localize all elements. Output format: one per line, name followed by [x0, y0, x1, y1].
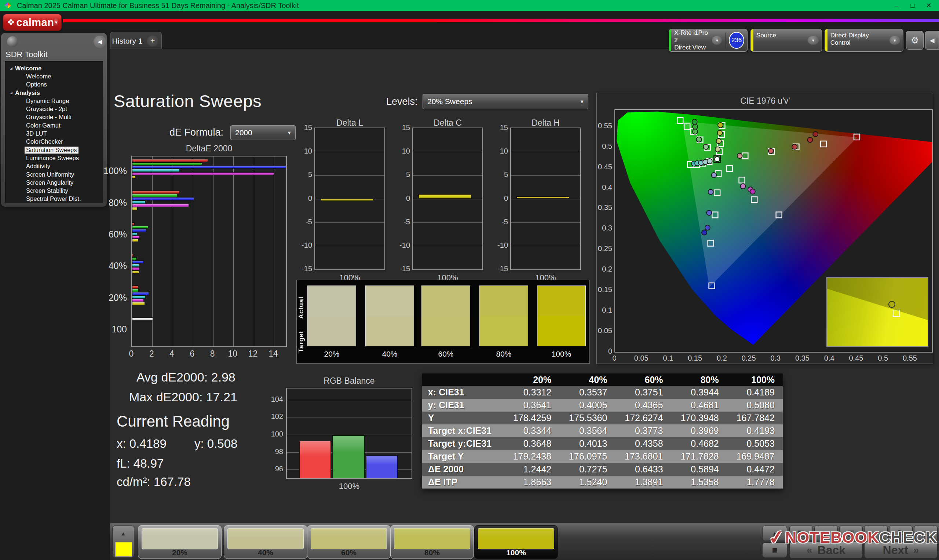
table-row-e-2000: ΔE 20001.24420.72750.64330.58940.4472: [422, 463, 783, 476]
close-button[interactable]: ✕: [920, 0, 937, 11]
back-button[interactable]: « Back: [789, 542, 863, 558]
source-dropdown[interactable]: Source ▼: [751, 29, 822, 52]
sidebar-orb-button[interactable]: [7, 36, 18, 47]
delta-bar: [418, 194, 471, 199]
y-tick-label: 96: [266, 465, 283, 473]
meter-dropdown[interactable]: X-Rite i1Pro 2 Direct View ▼ 236: [669, 29, 748, 52]
sidebar-item-3d-lut[interactable]: 3D LUT: [6, 129, 103, 137]
cie-y-tick: 0.35: [598, 203, 612, 212]
sidebar-group-welcome[interactable]: ◢Welcome: [6, 64, 103, 72]
group-label: 20%: [102, 292, 127, 303]
sidebar-item-options[interactable]: Options: [6, 81, 103, 89]
max-de2000-stat: Max dE2000: 17.21: [129, 390, 237, 404]
bar-yellow-20: [132, 302, 145, 305]
sidebar-item-grayscale-2pt[interactable]: Grayscale - 2pt: [6, 105, 103, 113]
meter-count-badge[interactable]: 236: [729, 32, 744, 49]
gridline: [511, 152, 580, 152]
patch-up-button[interactable]: ▲: [113, 526, 134, 541]
cie-y-tick: 0: [598, 347, 612, 355]
group-label: 100: [102, 324, 127, 335]
scroll-up-button[interactable]: ▲: [762, 526, 787, 541]
patch-button-100[interactable]: 100%: [474, 525, 558, 559]
display-control-dropdown[interactable]: Direct Display Control ▼: [825, 29, 904, 52]
x-tick-label: 4: [163, 349, 181, 359]
value-cell: 0.4358: [615, 437, 671, 450]
patch-swatch: [394, 528, 470, 549]
y-tick-label: -10: [295, 241, 312, 249]
cie-y-tick: 0.2: [598, 265, 612, 274]
toolbar-button-meter-link[interactable]: ∞: [864, 525, 888, 541]
chevron-left-icon: ◀: [97, 38, 102, 45]
y-tick-label: 15: [393, 123, 410, 132]
cie-inset-measured-point: [888, 301, 895, 308]
bar-cyan-40: [132, 264, 139, 267]
sidebar-item-screen-stability[interactable]: Screen Stability: [6, 186, 103, 195]
sidebar-item-grayscale-multi[interactable]: Grayscale - Multi: [6, 113, 103, 121]
sidebar-title: SDR Toolkit: [6, 50, 48, 59]
cie-y-tick: 0.25: [598, 245, 612, 253]
current-patch-swatch[interactable]: [115, 542, 132, 557]
measured-marker: [768, 148, 774, 154]
patch-swatch: [478, 528, 554, 549]
y-tick-label: -15: [393, 265, 410, 273]
levels-dropdown[interactable]: 20% Sweeps ▼: [422, 94, 588, 109]
source-caret[interactable]: ▼: [808, 36, 819, 45]
settings-button[interactable]: ⚙: [906, 31, 924, 50]
sidebar-group-analysis[interactable]: ◢Analysis: [6, 89, 103, 97]
de-formula-dropdown[interactable]: 2000 ▼: [230, 125, 296, 140]
calman-menu-button[interactable]: ❖ calman ▼: [3, 14, 62, 31]
rgb-balance-chart: [286, 388, 412, 479]
sidebar-collapse-button[interactable]: ◀: [94, 35, 106, 48]
sidebar-item-saturation-sweeps[interactable]: Saturation Sweeps: [6, 146, 103, 154]
sidebar-item-color-gamut[interactable]: Color Gamut: [6, 121, 103, 129]
sidebar-item-dynamic-range[interactable]: Dynamic Range: [6, 97, 103, 105]
measured-marker: [750, 189, 755, 194]
sidebar-item-spectral-power-dist[interactable]: Spectral Power Dist.: [6, 195, 103, 203]
measured-marker: [711, 172, 716, 178]
sidebar-item-screen-angularity[interactable]: Screen Angularity: [6, 178, 103, 186]
panel-collapse-button[interactable]: ◀: [925, 31, 939, 50]
gridline: [511, 175, 580, 175]
swatch-100: [537, 286, 586, 346]
sidebar-item-welcome[interactable]: Welcome: [6, 72, 103, 80]
maximize-button[interactable]: □: [905, 0, 920, 11]
sidebar-item-luminance-sweeps[interactable]: Luminance Sweeps: [6, 154, 103, 162]
column-header-40: 40%: [560, 374, 615, 386]
value-cell: 0.4013: [560, 437, 615, 450]
value-cell: 167.7842: [727, 412, 783, 425]
toolbar-button-report[interactable]: ◧: [789, 525, 813, 541]
patch-button-80[interactable]: 80%: [390, 525, 474, 559]
measured-marker: [717, 131, 723, 135]
toolbar-button-chart[interactable]: ▦: [839, 525, 863, 541]
bar-magenta-60: [132, 235, 140, 238]
measured-marker: [696, 137, 701, 142]
patch-button-40[interactable]: 40%: [224, 525, 307, 559]
sidebar-item-additivity[interactable]: Additivity: [6, 162, 103, 171]
display-control-caret[interactable]: ▼: [890, 36, 900, 45]
gridline: [193, 157, 193, 346]
patch-button-20[interactable]: 20%: [138, 525, 222, 559]
sidebar-item-screen-uniformity[interactable]: Screen Uniformity: [6, 171, 103, 178]
minimize-button[interactable]: –: [888, 0, 905, 11]
value-cell: 1.3891: [615, 476, 671, 489]
stop-button[interactable]: ■: [762, 542, 787, 558]
row-label: x: CIE31: [422, 386, 504, 399]
toolbar-button-refresh[interactable]: ↻: [889, 525, 913, 541]
x-tick-label: 8: [203, 349, 222, 359]
toolbar-button-play[interactable]: ▶: [814, 525, 838, 541]
calman-menu-caret[interactable]: ▼: [54, 18, 58, 27]
tab-history-1[interactable]: History 1: [110, 32, 145, 49]
column-header-100: 100%: [727, 374, 783, 386]
swatch-label: 100%: [537, 350, 586, 361]
add-tab-button[interactable]: +: [144, 32, 162, 49]
patch-button-60[interactable]: 60%: [307, 525, 391, 559]
sidebar-item-colorchecker[interactable]: ColorChecker: [6, 138, 103, 146]
swatch-label: 40%: [365, 350, 414, 361]
meter-caret[interactable]: ▼: [712, 36, 722, 45]
chevron-down-icon: ▼: [811, 38, 815, 43]
toolbar-button-record[interactable]: ◎: [914, 525, 937, 541]
bar-red-20: [132, 286, 138, 288]
workflow-tree: ◢WelcomeWelcomeOptions◢AnalysisDynamic R…: [5, 61, 103, 203]
measured-marker: [716, 138, 722, 144]
next-button[interactable]: Next »: [864, 542, 937, 558]
